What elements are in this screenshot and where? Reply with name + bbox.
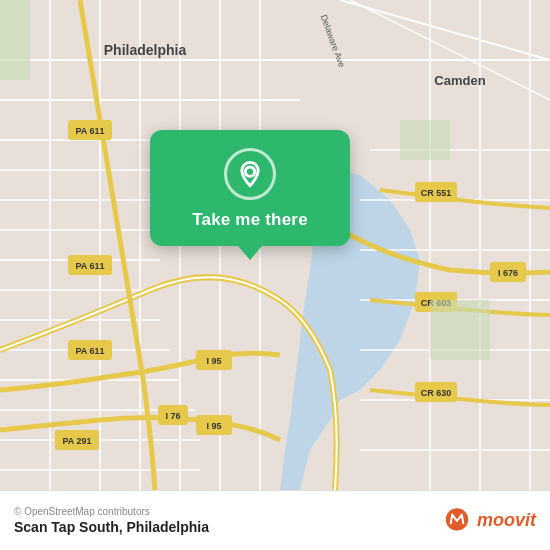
svg-rect-60 (400, 120, 450, 160)
moovit-brand-icon (441, 505, 473, 537)
svg-text:PA 611: PA 611 (75, 126, 104, 136)
location-pin-icon (236, 160, 264, 188)
svg-rect-59 (0, 0, 30, 80)
map-attribution: © OpenStreetMap contributors (14, 506, 209, 517)
bottom-left-info: © OpenStreetMap contributors Scan Tap So… (14, 506, 209, 535)
svg-text:PA 611: PA 611 (75, 346, 104, 356)
take-me-there-card[interactable]: Take me there (150, 130, 350, 246)
svg-text:Philadelphia: Philadelphia (104, 42, 187, 58)
svg-text:CR 630: CR 630 (421, 388, 452, 398)
moovit-logo: moovit (441, 505, 536, 537)
take-me-there-label: Take me there (192, 210, 308, 230)
svg-text:I 95: I 95 (206, 356, 221, 366)
svg-text:I 76: I 76 (165, 411, 180, 421)
svg-text:PA 611: PA 611 (75, 261, 104, 271)
svg-rect-61 (430, 300, 490, 360)
location-icon-circle (224, 148, 276, 200)
location-name: Scan Tap South, Philadelphia (14, 519, 209, 535)
svg-text:CR 551: CR 551 (421, 188, 452, 198)
svg-text:I 676: I 676 (498, 268, 518, 278)
moovit-brand-text: moovit (477, 510, 536, 531)
svg-text:Camden: Camden (434, 73, 485, 88)
svg-text:PA 291: PA 291 (62, 436, 91, 446)
svg-text:I 95: I 95 (206, 421, 221, 431)
svg-point-62 (245, 167, 254, 176)
map-container: PA 611 PA 611 PA 611 I 95 I 95 I 76 PA 2… (0, 0, 550, 490)
bottom-bar: © OpenStreetMap contributors Scan Tap So… (0, 490, 550, 550)
